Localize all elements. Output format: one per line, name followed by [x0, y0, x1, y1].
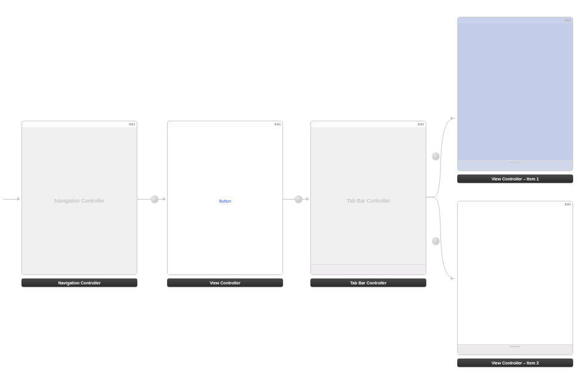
button-element[interactable]: Button: [168, 127, 282, 274]
segue-node-icon[interactable]: [295, 195, 302, 203]
tab-bar-stub: [458, 160, 572, 170]
scene-view-controller[interactable]: Button View Controller: [167, 121, 283, 275]
window-controls-icon: [565, 19, 571, 22]
segue-line: [283, 199, 295, 200]
window-controls-icon: [275, 123, 281, 125]
scene-title: Navigation Controller: [58, 281, 100, 285]
scene-title-bar[interactable]: View Controller: [167, 278, 283, 287]
segue-arrowhead-icon: [451, 117, 454, 120]
storyboard-canvas[interactable]: Navigation Controller Navigation Control…: [0, 0, 588, 386]
tab-bar-stub: [311, 264, 426, 274]
scene-view-controller-item2[interactable]: View Controller – Item 2: [457, 201, 573, 355]
segue-vc-to-tab[interactable]: [283, 195, 309, 203]
window-controls-icon: [565, 203, 571, 206]
scene-frame: [457, 17, 573, 171]
scene-body: [458, 207, 572, 354]
scene-body: [458, 23, 572, 170]
scene-title-bar[interactable]: Navigation Controller: [21, 278, 137, 287]
segue-node-icon[interactable]: [432, 152, 439, 160]
tab-indicator-icon: [510, 346, 521, 347]
scene-placeholder-label: Tab Bar Controller: [311, 127, 426, 274]
tab-indicator-icon: [510, 162, 521, 163]
segue-curves: [426, 114, 455, 287]
scene-frame: Button: [167, 121, 283, 275]
segue-node-to-item1[interactable]: [432, 152, 439, 160]
segue-line: [137, 199, 151, 200]
scene-frame: Navigation Controller: [21, 121, 137, 275]
scene-title: Tab Bar Controller: [350, 281, 387, 285]
segue-arrowhead-icon: [163, 197, 166, 201]
segue-arrowhead-icon: [17, 197, 20, 201]
scene-title-bar[interactable]: View Controller – Item 1: [457, 174, 573, 183]
scene-body: Button: [168, 127, 282, 274]
button-label: Button: [219, 199, 231, 203]
scene-title: View Controller – Item 2: [491, 361, 538, 365]
scene-title: View Controller: [210, 281, 240, 285]
segue-node-to-item2[interactable]: [432, 237, 439, 245]
scene-tab-bar-controller[interactable]: Tab Bar Controller Tab Bar Controller: [310, 121, 426, 275]
initial-segue-arrow[interactable]: [4, 195, 20, 203]
window-controls-icon: [418, 123, 424, 125]
segue-node-icon[interactable]: [432, 237, 439, 244]
segue-line: [4, 199, 18, 200]
segue-arrow-item2: [451, 274, 456, 283]
scene-title: View Controller – Item 1: [491, 177, 538, 181]
window-controls-icon: [129, 123, 135, 125]
tab-bar-stub: [458, 344, 572, 354]
segue-arrowhead-icon: [306, 197, 309, 201]
scene-view-controller-item1[interactable]: View Controller – Item 1: [457, 17, 573, 171]
segue-nav-to-vc[interactable]: [137, 195, 166, 203]
scene-body: Navigation Controller: [22, 127, 137, 274]
segue-arrowhead-icon: [451, 277, 454, 280]
scene-frame: [457, 201, 573, 355]
scene-title-bar[interactable]: Tab Bar Controller: [310, 278, 426, 287]
scene-placeholder-label: Navigation Controller: [22, 127, 137, 274]
scene-navigation-controller[interactable]: Navigation Controller Navigation Control…: [21, 121, 137, 275]
scene-body: Tab Bar Controller: [311, 127, 426, 274]
segue-node-icon[interactable]: [151, 195, 158, 203]
scene-frame: Tab Bar Controller: [310, 121, 426, 275]
segue-arrow-item1: [451, 114, 456, 122]
scene-title-bar[interactable]: View Controller – Item 2: [457, 359, 573, 367]
